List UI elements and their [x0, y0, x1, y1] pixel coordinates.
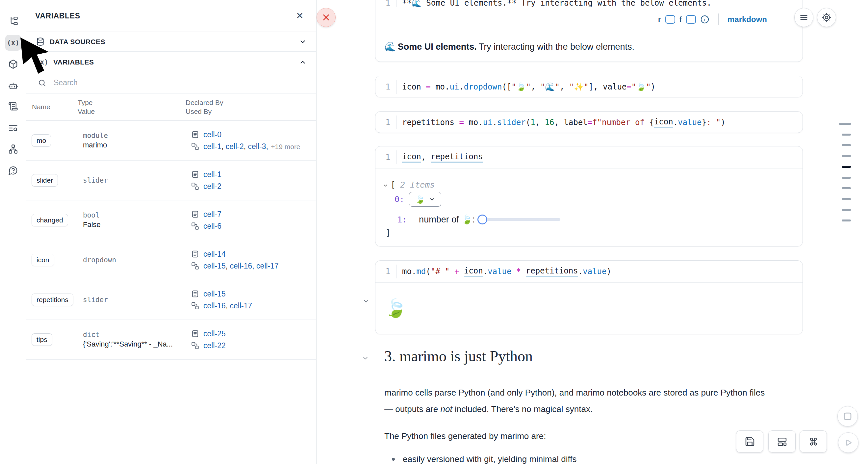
- chevron-up-icon[interactable]: [299, 59, 306, 66]
- cell-link[interactable]: cell-15: [203, 261, 226, 270]
- minimap-cell-mark[interactable]: [842, 219, 851, 221]
- col-type: Type: [78, 99, 186, 106]
- cell-link[interactable]: cell-2: [203, 182, 221, 190]
- code-line[interactable]: icon, repetitions: [397, 150, 483, 164]
- minimap-cell-mark[interactable]: [842, 198, 851, 200]
- more-cells-label[interactable]: +19 more: [271, 143, 300, 150]
- settings-button[interactable]: [817, 8, 836, 27]
- cell-link[interactable]: cell-1: [203, 142, 221, 151]
- minimap-cell-mark[interactable]: [842, 166, 851, 168]
- used-by-icon: [191, 142, 199, 151]
- variable-name-badge[interactable]: slider: [32, 174, 58, 187]
- cell-link[interactable]: cell-17: [256, 261, 279, 270]
- cell-link[interactable]: cell-6: [203, 222, 221, 230]
- cell-link[interactable]: cell-3: [248, 142, 266, 151]
- code-line[interactable]: **🌊 Some UI elements.** Try interacting …: [397, 0, 711, 7]
- minimap-cell-mark[interactable]: [842, 177, 851, 179]
- cell-slider-code[interactable]: 1 repetitions = mo.ui.slider(1, 16, labe…: [375, 111, 803, 133]
- cell-link[interactable]: cell-7: [203, 210, 221, 218]
- variables-table-body: momodulemarimocell-0cell-1, cell-2, cell…: [26, 121, 316, 360]
- format-toggle-checkbox[interactable]: [686, 15, 696, 24]
- tree-collapse-icon[interactable]: [383, 183, 388, 188]
- stop-button[interactable]: [837, 406, 858, 427]
- cell-md-leaf[interactable]: 1 mo.md("# " + icon.value * repetitions.…: [375, 260, 803, 334]
- variable-name-badge[interactable]: changed: [32, 214, 68, 226]
- paragraph: The Python files generated by marimo are…: [384, 428, 546, 444]
- logs-search-icon[interactable]: [5, 120, 21, 136]
- line-number: 1: [375, 82, 397, 91]
- cell-output: 🌊 Some UI elements. Try interacting with…: [375, 32, 803, 62]
- cell-link[interactable]: cell-1: [203, 170, 221, 179]
- variable-name-badge[interactable]: icon: [32, 254, 54, 266]
- minimap-cell-mark[interactable]: [842, 209, 851, 211]
- cell-link[interactable]: cell-15: [203, 289, 226, 298]
- minimap-cell-mark[interactable]: [842, 187, 851, 189]
- cell-tuple[interactable]: 1 icon, repetitions [2 Items 0: 🍃 1: num…: [375, 146, 803, 246]
- used-by-icon: [191, 341, 199, 350]
- cell-output: [2 Items 0: 🍃 1: number of 🍃: ]: [375, 168, 803, 246]
- variable-type: dict: [83, 331, 191, 339]
- cell-link[interactable]: cell-16: [230, 261, 252, 270]
- close-icon[interactable]: ✕: [293, 9, 306, 22]
- shutdown-button[interactable]: [316, 8, 336, 27]
- cell-language-badge[interactable]: markdown: [727, 15, 767, 24]
- variable-name-badge[interactable]: repetitions: [32, 293, 73, 306]
- cell-dropdown-code[interactable]: 1 icon = mo.ui.dropdown(["🍃", "🌊", "✨"],…: [375, 76, 803, 97]
- variable-type: module: [83, 132, 191, 140]
- output-collapse-icon[interactable]: [363, 298, 370, 305]
- run-toggle-checkbox[interactable]: [665, 15, 675, 24]
- cell-link[interactable]: cell-17: [230, 302, 252, 310]
- variables-section[interactable]: (x) VARIABLES: [26, 52, 316, 72]
- format-toggle-label: f: [679, 15, 682, 24]
- tree-root[interactable]: [2 Items: [391, 180, 435, 190]
- section-collapse-icon[interactable]: [362, 355, 369, 362]
- data-sources-label: DATA SOURCES: [50, 38, 105, 46]
- shortcuts-button[interactable]: [800, 430, 827, 453]
- line-number: 1: [375, 267, 397, 276]
- variable-name-badge[interactable]: tips: [32, 333, 52, 346]
- code-line[interactable]: repetitions = mo.ui.slider(1, 16, label=…: [397, 116, 725, 129]
- cell-markdown-top[interactable]: 1 **🌊 Some UI elements.** Try interactin…: [375, 0, 803, 62]
- minimap-cell-mark[interactable]: [842, 144, 851, 146]
- cell-link[interactable]: cell-14: [203, 250, 226, 258]
- code-line[interactable]: icon = mo.ui.dropdown(["🍃", "🌊", "✨"], v…: [397, 80, 655, 94]
- col-value: Value: [78, 107, 186, 116]
- save-icon: [745, 436, 755, 447]
- cell-link[interactable]: cell-0: [203, 130, 221, 139]
- help-icon[interactable]: [5, 162, 21, 178]
- cell-link[interactable]: cell-25: [203, 330, 226, 338]
- minimap-cell-mark[interactable]: [842, 155, 851, 157]
- scratchpad-icon[interactable]: [5, 98, 21, 114]
- line-number: 1: [375, 118, 397, 127]
- minimap-cell-mark[interactable]: [842, 133, 851, 135]
- save-button[interactable]: [736, 430, 763, 453]
- minimap-cell-mark[interactable]: [839, 123, 851, 125]
- wave-emoji: 🌊: [385, 41, 396, 52]
- dropdown-select[interactable]: 🍃: [409, 192, 441, 207]
- declared-by-line: cell-1: [191, 170, 316, 179]
- file-tree-icon[interactable]: [5, 13, 21, 29]
- variable-name-badge[interactable]: mo: [32, 134, 51, 147]
- layout-button[interactable]: [768, 430, 796, 453]
- data-sources-section[interactable]: DATA SOURCES: [26, 32, 316, 52]
- ai-assistant-icon[interactable]: [5, 78, 21, 94]
- col-declared-by: Declared By: [186, 99, 316, 106]
- repetitions-slider[interactable]: [478, 218, 560, 221]
- menu-button[interactable]: [794, 8, 813, 27]
- code-editor[interactable]: 1 **🌊 Some UI elements.** Try interactin…: [375, 0, 803, 7]
- run-toggle-label: r: [658, 15, 661, 24]
- variables-label: VARIABLES: [53, 58, 94, 66]
- info-icon[interactable]: [700, 15, 709, 24]
- variables-panel: VARIABLES ✕ DATA SOURCES (x) VARIABLES N…: [26, 0, 316, 464]
- chevron-down-icon[interactable]: [299, 38, 306, 45]
- run-button[interactable]: [838, 432, 859, 453]
- packages-icon[interactable]: [5, 56, 21, 72]
- variables-panel-icon[interactable]: (x): [5, 35, 21, 51]
- dependency-graph-icon[interactable]: [5, 141, 21, 157]
- cell-link[interactable]: cell-2: [226, 142, 244, 151]
- search-input[interactable]: [54, 78, 251, 87]
- cell-link[interactable]: cell-22: [203, 341, 226, 350]
- code-line[interactable]: mo.md("# " + icon.value * repetitions.va…: [397, 265, 611, 278]
- slider-thumb[interactable]: [477, 215, 487, 224]
- cell-link[interactable]: cell-16: [203, 302, 226, 310]
